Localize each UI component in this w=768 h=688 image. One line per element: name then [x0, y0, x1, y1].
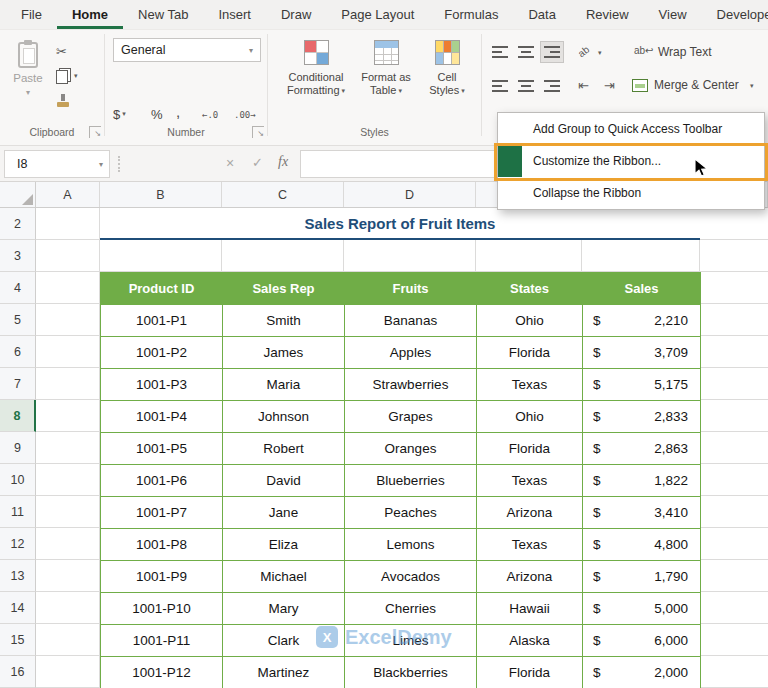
table-cell-fruit[interactable]: Blueberries: [345, 465, 477, 497]
percent-style-button[interactable]: %: [151, 104, 163, 124]
table-cell-state[interactable]: Alaska: [477, 625, 583, 657]
table-cell-fruit[interactable]: Peaches: [345, 497, 477, 529]
comma-style-button[interactable]: ,: [176, 101, 180, 121]
tab-home[interactable]: Home: [57, 0, 123, 29]
table-cell-id[interactable]: 1001-P6: [101, 465, 223, 497]
column-header-B[interactable]: B: [100, 182, 222, 207]
column-header-A[interactable]: A: [36, 182, 100, 207]
table-cell-id[interactable]: 1001-P4: [101, 401, 223, 433]
tab-review[interactable]: Review: [571, 0, 644, 29]
row-header-11[interactable]: 11: [0, 496, 36, 528]
table-cell-id[interactable]: 1001-P7: [101, 497, 223, 529]
table-cell-rep[interactable]: Johnson: [223, 401, 345, 433]
table-cell-rep[interactable]: David: [223, 465, 345, 497]
sheet-grid[interactable]: Sales Report of Fruit Items Product IDSa…: [36, 208, 768, 688]
table-cell-fruit[interactable]: Oranges: [345, 433, 477, 465]
table-cell-sales[interactable]: $1,790: [583, 561, 701, 593]
row-header-14[interactable]: 14: [0, 592, 36, 624]
increase-decimal-button[interactable]: ←.0: [202, 105, 218, 125]
table-cell-state[interactable]: Ohio: [477, 305, 583, 337]
table-cell-state[interactable]: Ohio: [477, 401, 583, 433]
row-header-12[interactable]: 12: [0, 528, 36, 560]
number-dialog-launcher-icon[interactable]: ↘: [252, 126, 264, 138]
align-left-button[interactable]: [488, 75, 512, 97]
table-cell-fruit[interactable]: Lemons: [345, 529, 477, 561]
row-header-10[interactable]: 10: [0, 464, 36, 496]
table-cell-sales[interactable]: $3,410: [583, 497, 701, 529]
clipboard-dialog-launcher-icon[interactable]: ↘: [89, 126, 101, 138]
table-cell-rep[interactable]: Jane: [223, 497, 345, 529]
table-cell-rep[interactable]: Martinez: [223, 657, 345, 688]
name-box[interactable]: I8 ▾: [4, 150, 110, 178]
table-cell-rep[interactable]: James: [223, 337, 345, 369]
tab-view[interactable]: View: [644, 0, 702, 29]
insert-function-icon[interactable]: fx: [278, 154, 288, 170]
table-cell-sales[interactable]: $6,000: [583, 625, 701, 657]
tab-new-tab[interactable]: New Tab: [123, 0, 203, 29]
increase-indent-icon[interactable]: ⇥: [604, 78, 615, 93]
row-header-16[interactable]: 16: [0, 656, 36, 688]
table-cell-rep[interactable]: Maria: [223, 369, 345, 401]
format-as-table-button[interactable]: Format as Table ▾: [354, 36, 418, 124]
accounting-format-button[interactable]: $ ▾: [113, 104, 126, 124]
table-cell-state[interactable]: Texas: [477, 529, 583, 561]
tab-draw[interactable]: Draw: [266, 0, 326, 29]
context-menu-item[interactable]: Collapse the Ribbon: [498, 177, 764, 209]
table-cell-sales[interactable]: $2,833: [583, 401, 701, 433]
cell-styles-button[interactable]: Cell Styles ▾: [420, 36, 474, 124]
table-cell-id[interactable]: 1001-P2: [101, 337, 223, 369]
tab-page-layout[interactable]: Page Layout: [326, 0, 429, 29]
table-cell-state[interactable]: Texas: [477, 369, 583, 401]
orientation-icon[interactable]: ab: [576, 44, 592, 60]
table-cell-state[interactable]: Florida: [477, 433, 583, 465]
table-cell-rep[interactable]: Michael: [223, 561, 345, 593]
column-header-D[interactable]: D: [344, 182, 476, 207]
copy-button[interactable]: ▾: [52, 65, 92, 87]
table-cell-fruit[interactable]: Bananas: [345, 305, 477, 337]
row-header-5[interactable]: 5: [0, 304, 36, 336]
tab-data[interactable]: Data: [513, 0, 570, 29]
table-cell-state[interactable]: Arizona: [477, 497, 583, 529]
table-cell-rep[interactable]: Robert: [223, 433, 345, 465]
table-cell-sales[interactable]: $2,000: [583, 657, 701, 688]
row-header-4[interactable]: 4: [0, 272, 36, 304]
decrease-indent-icon[interactable]: ⇤: [578, 78, 589, 93]
tab-formulas[interactable]: Formulas: [429, 0, 513, 29]
table-cell-id[interactable]: 1001-P5: [101, 433, 223, 465]
top-align-button[interactable]: [488, 41, 512, 63]
table-cell-id[interactable]: 1001-P11: [101, 625, 223, 657]
select-all-corner[interactable]: [0, 182, 36, 207]
tab-file[interactable]: File: [6, 0, 57, 29]
table-cell-state[interactable]: Texas: [477, 465, 583, 497]
table-cell-sales[interactable]: $3,709: [583, 337, 701, 369]
table-cell-rep[interactable]: Mary: [223, 593, 345, 625]
table-cell-sales[interactable]: $5,175: [583, 369, 701, 401]
format-painter-button[interactable]: [52, 90, 92, 112]
enter-icon[interactable]: ✓: [252, 155, 263, 170]
row-header-3[interactable]: 3: [0, 240, 36, 272]
paste-button[interactable]: Paste ▾: [6, 36, 50, 120]
number-format-dropdown[interactable]: General ▾: [113, 38, 261, 62]
chevron-down-icon[interactable]: ▾: [598, 49, 602, 57]
decrease-decimal-button[interactable]: .00→: [234, 105, 256, 125]
row-header-6[interactable]: 6: [0, 336, 36, 368]
row-header-13[interactable]: 13: [0, 560, 36, 592]
table-cell-fruit[interactable]: Cherries: [345, 593, 477, 625]
name-box-splitter[interactable]: [118, 156, 120, 172]
table-cell-state[interactable]: Arizona: [477, 561, 583, 593]
table-cell-sales[interactable]: $1,822: [583, 465, 701, 497]
conditional-formatting-button[interactable]: Conditional Formatting ▾: [282, 36, 350, 124]
table-cell-id[interactable]: 1001-P12: [101, 657, 223, 688]
cut-button[interactable]: ✂: [52, 40, 92, 62]
bottom-align-button[interactable]: [540, 41, 564, 63]
row-header-9[interactable]: 9: [0, 432, 36, 464]
table-cell-id[interactable]: 1001-P8: [101, 529, 223, 561]
table-cell-sales[interactable]: $2,210: [583, 305, 701, 337]
table-cell-fruit[interactable]: Blackberries: [345, 657, 477, 688]
table-cell-sales[interactable]: $4,800: [583, 529, 701, 561]
table-cell-rep[interactable]: Eliza: [223, 529, 345, 561]
align-right-button[interactable]: [540, 75, 564, 97]
tab-developer[interactable]: Developer: [702, 0, 768, 29]
merge-center-button[interactable]: Merge & Center: [654, 78, 739, 92]
table-cell-state[interactable]: Florida: [477, 337, 583, 369]
